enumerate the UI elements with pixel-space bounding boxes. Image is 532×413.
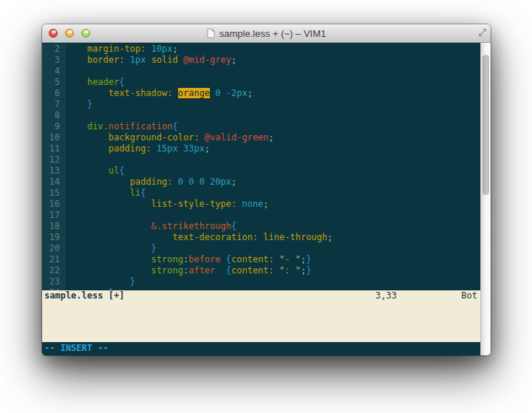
code-text: } (66, 276, 135, 287)
code-text: text-shadow: orange 0 -2px; (66, 88, 253, 99)
cursor-position: 3,33 (375, 290, 397, 301)
code-line: 13 ul{ (42, 165, 480, 177)
code-line: 19 text-decoration: line-through; (42, 232, 480, 243)
code-text: ul{ (66, 165, 124, 177)
code-text: } (66, 99, 92, 110)
code-line: 9 div.notification{ (42, 121, 480, 132)
close-button[interactable] (49, 29, 58, 38)
mode-indicator: -- INSERT -- (44, 343, 109, 353)
code-text: margin-top: 10px; (66, 44, 178, 55)
line-number: 6 (42, 88, 66, 99)
line-number: 12 (42, 154, 66, 165)
traffic-lights (49, 29, 90, 38)
window-title: sample.less + (~) – VIM1 (219, 28, 327, 39)
status-line: sample.less [+] 3,33 Bot (42, 290, 480, 342)
line-number: 18 (42, 221, 66, 232)
minimize-button[interactable] (65, 29, 74, 38)
code-text: background-color: @valid-green; (66, 132, 274, 143)
scrollbar-thumb[interactable] (482, 55, 489, 195)
line-number: 19 (42, 232, 66, 243)
code-text: div.notification{ (66, 121, 178, 132)
line-number: 5 (42, 77, 66, 88)
code-line: 8 (42, 110, 480, 121)
code-line: 6 text-shadow: orange 0 -2px; (42, 88, 480, 99)
code-line: 21 strong:before {content: "- ";} (42, 254, 480, 265)
scrollbar[interactable] (480, 43, 491, 355)
code-line: 3 border: 1px solid @mid-grey; (42, 55, 480, 66)
line-number: 20 (42, 243, 66, 254)
line-number: 2 (42, 44, 66, 55)
code-line: 18 &.strikethrough{ (42, 221, 480, 232)
title-bar[interactable]: sample.less + (~) – VIM1 ⤢ (42, 24, 491, 43)
code-line: 23 } (42, 276, 480, 287)
line-number: 15 (42, 188, 66, 199)
code-line: 20 } (42, 243, 480, 254)
line-number: 14 (42, 177, 66, 188)
code-line: 12 (42, 154, 480, 165)
line-number: 8 (42, 110, 66, 121)
code-line: 2 margin-top: 10px; (42, 44, 480, 55)
line-number: 10 (42, 132, 66, 143)
code-line: 4 (42, 66, 480, 77)
title-group: sample.less + (~) – VIM1 (207, 28, 327, 39)
status-filename: sample.less [+] (44, 290, 124, 301)
line-number: 3 (42, 55, 66, 66)
code-text: text-decoration: line-through; (66, 232, 332, 243)
code-text: li{ (66, 188, 146, 199)
screenshot: sample.less + (~) – VIM1 ⤢ 2 margin-top:… (0, 0, 532, 413)
code-text: } (66, 243, 157, 254)
fullscreen-icon[interactable]: ⤢ (479, 27, 486, 38)
window-content: 2 margin-top: 10px;3 border: 1px solid @… (42, 43, 491, 355)
code-line: 16 list-style-type: none; (42, 199, 480, 210)
code-text: border: 1px solid @mid-grey; (66, 55, 236, 66)
code-text: strong:before {content: "- ";} (66, 254, 311, 265)
zoom-button[interactable] (81, 29, 90, 38)
line-number: 4 (42, 66, 66, 77)
code-line: 17 (42, 210, 480, 221)
line-number: 7 (42, 99, 66, 110)
code-text: list-style-type: none; (66, 199, 269, 210)
vim-window: sample.less + (~) – VIM1 ⤢ 2 margin-top:… (42, 24, 491, 355)
line-number: 9 (42, 121, 66, 132)
editor-column: 2 margin-top: 10px;3 border: 1px solid @… (42, 43, 480, 355)
line-number: 13 (42, 165, 66, 177)
line-number: 23 (42, 276, 66, 287)
line-number: 21 (42, 254, 66, 265)
document-icon (207, 28, 215, 38)
code-text: &.strikethrough{ (66, 221, 236, 232)
code-line: 7 } (42, 99, 480, 110)
command-line: -- INSERT -- (42, 342, 480, 355)
line-number: 22 (42, 265, 66, 276)
code-line: 11 padding: 15px 33px; (42, 143, 480, 154)
code-area[interactable]: 2 margin-top: 10px;3 border: 1px solid @… (42, 43, 480, 290)
line-number: 11 (42, 143, 66, 154)
code-text: header{ (66, 77, 125, 88)
code-line: 15 li{ (42, 188, 480, 199)
code-text: strong:after {content: ": ";} (66, 265, 311, 276)
scroll-indicator: Bot (461, 290, 477, 301)
code-line: 14 padding: 0 0 0 20px; (42, 177, 480, 188)
code-line: 5 header{ (42, 77, 480, 88)
code-line: 22 strong:after {content: ": ";} (42, 265, 480, 276)
code-text: padding: 15px 33px; (66, 143, 210, 154)
line-number: 16 (42, 199, 66, 210)
line-number: 17 (42, 210, 66, 221)
code-line: 10 background-color: @valid-green; (42, 132, 480, 143)
code-text: padding: 0 0 0 20px; (66, 177, 236, 188)
